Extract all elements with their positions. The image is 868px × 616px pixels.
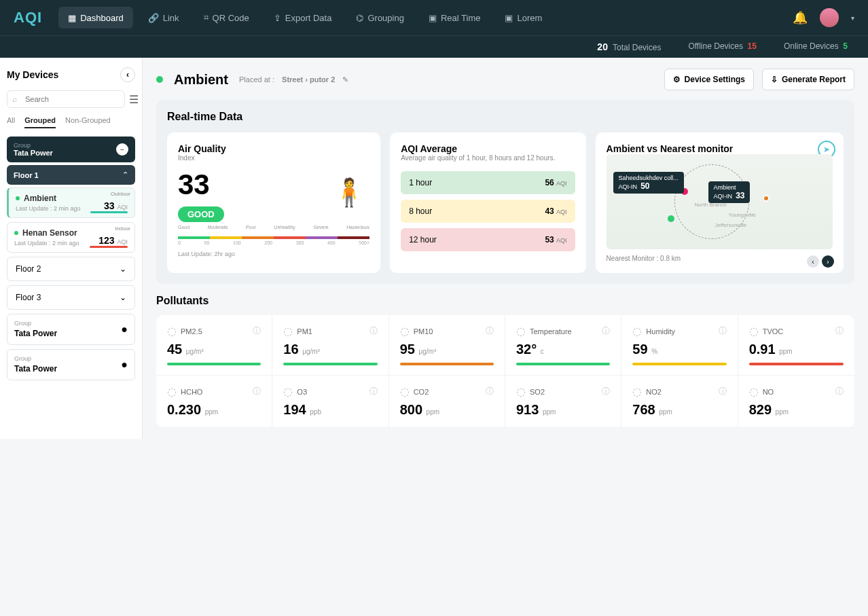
chevron-down-icon: ⌄ (120, 264, 126, 274)
tab-nongrouped[interactable]: Non-Grouped (65, 116, 111, 128)
pollutant-cell: ◌ PM2.5 ⓘ 45 μg/m³ (156, 315, 272, 376)
pollutant-name: PM10 (414, 327, 433, 336)
nav-grouping[interactable]: ⌬ Grouping (346, 7, 413, 29)
info-icon[interactable]: ⓘ (253, 386, 261, 397)
pollutant-icon: ◌ (516, 385, 526, 398)
map-area[interactable]: Saheedsukhdev coll... AQI-IN 50 Ambient … (607, 154, 833, 249)
info-icon[interactable]: ⓘ (369, 325, 378, 337)
sidebar-title: My Devices (7, 69, 58, 80)
pollutant-name: HCHO (181, 388, 202, 396)
group-collapsed-2[interactable]: GroupTata Power ● (7, 314, 135, 345)
expand-icon: ● (121, 323, 128, 336)
topbar: AQI ▦ Dashboard 🔗 Link ⌗ QR Code ⇪ Expor… (0, 0, 868, 35)
filter-icon[interactable]: ☰ (129, 93, 139, 106)
pollutant-unit: ppm (543, 408, 556, 416)
nav-export[interactable]: ⇪ Export Data (264, 7, 342, 29)
pollutant-name: Humidity (646, 327, 675, 336)
info-icon[interactable]: ⓘ (602, 325, 610, 337)
pollutant-value: 768 (632, 402, 655, 417)
pollutant-value: 59 (632, 342, 647, 357)
pollutant-cell: ◌ HCHO ⓘ 0.230 ppm (156, 376, 272, 428)
info-icon[interactable]: ⓘ (719, 325, 727, 337)
tab-all[interactable]: All (7, 116, 15, 128)
pollutant-cell: ◌ SO2 ⓘ 913 ppm (505, 376, 621, 428)
pollutant-icon: ◌ (632, 325, 642, 338)
pollutant-name: PM2.5 (181, 327, 202, 336)
device-search-input[interactable] (7, 90, 125, 108)
pollutant-value: 0.91 (749, 342, 776, 357)
pollutant-cell: ◌ TVOC ⓘ 0.91 ppm (738, 315, 854, 376)
info-icon[interactable]: ⓘ (253, 325, 261, 337)
expand-icon: ● (121, 359, 128, 371)
user-menu-chevron[interactable]: ▾ (851, 14, 854, 22)
pollutant-cell: ◌ O3 ⓘ 194 ppb (272, 376, 388, 428)
pollutant-bar (167, 363, 261, 365)
pollutant-name: TVOC (763, 327, 784, 336)
sidebar: My Devices ‹ ⌕ ☰ All Grouped Non-Grouped… (0, 58, 143, 439)
pollutant-name: SO2 (530, 388, 545, 396)
map-prev-button[interactable]: ‹ (807, 255, 819, 268)
map-card: Ambient vs Nearest monitor ➤ Saheedsukhd… (596, 132, 844, 273)
pollutant-value: 32° (516, 342, 537, 357)
info-icon[interactable]: ⓘ (719, 386, 727, 397)
pollutant-cell: ◌ PM1 ⓘ 16 μg/m³ (272, 315, 388, 376)
nav-realtime[interactable]: ▣ Real Time (419, 7, 490, 29)
floor-header-floor3[interactable]: Floor 3⌄ (7, 285, 135, 310)
info-icon[interactable]: ⓘ (369, 386, 378, 397)
main-content: Ambient Placed at : Street › putor 2 ✎ ⚙… (143, 58, 868, 439)
pollutant-name: NO2 (646, 388, 662, 396)
info-icon[interactable]: ⓘ (835, 325, 844, 337)
pollutant-cell: ◌ Humidity ⓘ 59 % (621, 315, 738, 376)
tab-grouped[interactable]: Grouped (24, 116, 56, 128)
pollutant-cell: ◌ PM10 ⓘ 95 μg/m³ (389, 315, 505, 376)
info-icon[interactable]: ⓘ (835, 386, 844, 397)
generate-report-button[interactable]: ⇩ Generate Report (762, 69, 854, 90)
pollutant-unit: ppm (427, 408, 439, 416)
pollutant-cell: ◌ NO2 ⓘ 768 ppm (621, 376, 738, 428)
device-settings-button[interactable]: ⚙ Device Settings (664, 69, 754, 90)
user-avatar[interactable] (820, 8, 839, 27)
pollutant-unit: ppm (205, 408, 218, 416)
info-icon[interactable]: ⓘ (602, 386, 610, 397)
info-icon[interactable]: ⓘ (486, 386, 494, 397)
top-nav: ▦ Dashboard 🔗 Link ⌗ QR Code ⇪ Export Da… (58, 7, 776, 29)
pollutant-name: Temperature (530, 327, 572, 336)
online-status-dot (156, 76, 163, 83)
notifications-icon[interactable]: 🔔 (793, 10, 808, 25)
chevron-down-icon: ⌄ (120, 293, 126, 302)
pollutant-icon: ◌ (283, 385, 293, 398)
device-card-henan[interactable]: Indoor Henan Sensor Last Update : 2 min … (7, 222, 135, 253)
pollutant-cell: ◌ CO2 ⓘ 800 ppm (389, 376, 505, 428)
group-collapsed-3[interactable]: GroupTata Power ● (7, 349, 135, 380)
floor-header-floor1[interactable]: Floor 1 ⌃ (7, 165, 135, 185)
collapse-icon: − (116, 143, 128, 156)
pollutant-value: 913 (516, 402, 539, 417)
nav-link[interactable]: 🔗 Link (139, 7, 189, 29)
aqi-status-badge: GOOD (178, 206, 224, 222)
pollutant-cell: ◌ NO ⓘ 829 ppm (738, 376, 854, 428)
page-title: Ambient (174, 72, 228, 88)
info-icon[interactable]: ⓘ (486, 325, 494, 337)
pollutant-icon: ◌ (749, 385, 759, 398)
pollutant-value: 829 (749, 402, 772, 417)
nav-dashboard[interactable]: ▦ Dashboard (58, 7, 133, 29)
group-header-tatapower[interactable]: GroupTata Power − (7, 137, 135, 162)
edit-location-icon[interactable]: ✎ (342, 75, 348, 84)
floor-header-floor2[interactable]: Floor 2⌄ (7, 257, 135, 281)
map-next-button[interactable]: › (822, 255, 834, 268)
pollutant-icon: ◌ (632, 385, 642, 398)
logo: AQI (14, 9, 42, 26)
pollutant-value: 16 (283, 342, 298, 357)
status-bar: 20 Total Devices Offline Devices 15 Onli… (0, 35, 868, 58)
nav-lorem[interactable]: ▣ Lorem (495, 7, 551, 29)
pollutant-unit: μg/m³ (186, 348, 204, 355)
pollutant-name: O3 (297, 388, 307, 396)
nav-qrcode[interactable]: ⌗ QR Code (194, 7, 259, 29)
aqi-average-card: AQI Average Average air quality of 1 hou… (390, 132, 585, 273)
avg-row-12h: 12 hour53 AQI (401, 228, 575, 251)
chevron-up-icon: ⌃ (122, 170, 128, 179)
pollutant-unit: c (541, 348, 544, 355)
sidebar-collapse-button[interactable]: ‹ (120, 67, 135, 82)
device-card-ambient[interactable]: Outdoor Ambient Last Update : 2 min ago … (7, 187, 135, 218)
pollutant-icon: ◌ (516, 325, 526, 338)
